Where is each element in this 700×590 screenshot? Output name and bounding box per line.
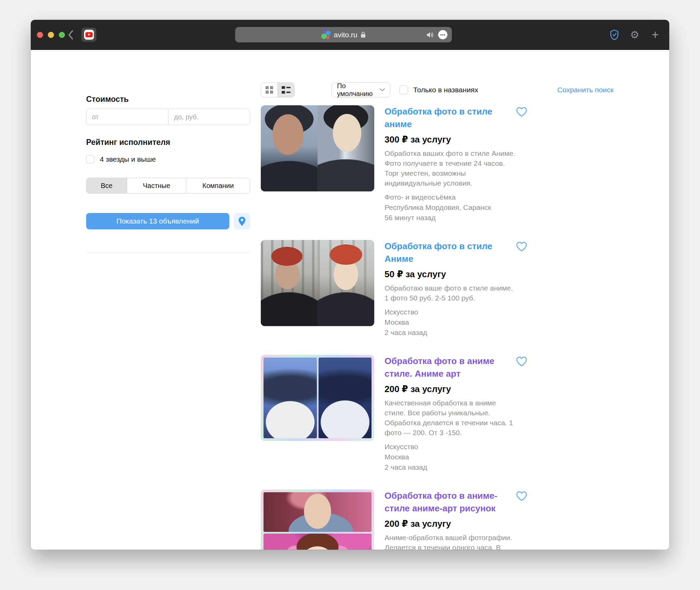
listing-location: Республика Мордовия, Саранск [385, 202, 527, 213]
audio-speaker-icon[interactable] [427, 31, 434, 38]
page-content: Стоимость Рейтинг исполнителя 4 звезды и… [31, 50, 669, 550]
listing-meta: Искусство Москва 2 часа назад [385, 442, 527, 472]
browser-titlebar: avito.ru ••• ⚙ + [31, 20, 669, 50]
rating-section-title: Рейтинг исполнителя [86, 137, 250, 147]
tab-all-sellers[interactable]: Все [86, 178, 127, 193]
listing-location: Москва [385, 317, 527, 327]
listing-category: Искусство [385, 307, 527, 317]
listing-card: Обработка фото в аниме-стиле аниме-арт р… [261, 490, 645, 550]
listing-card: Обработка фото в стиле Аниме 50 ₽ за усл… [261, 240, 645, 338]
list-view-button[interactable] [278, 83, 294, 97]
search-results: По умолчанию Только в названиях Сохранит… [261, 82, 645, 550]
more-options-icon[interactable]: ••• [438, 30, 447, 39]
listing-photo[interactable] [261, 490, 374, 550]
list-icon [282, 86, 291, 94]
close-window-button[interactable] [37, 32, 43, 38]
youtube-icon [84, 30, 94, 40]
grid-icon [266, 86, 273, 94]
favorite-heart-icon[interactable] [516, 491, 527, 503]
listing-title-link[interactable]: Обработка фото в аниме стиле. Аниме арт [385, 355, 501, 380]
browser-window: avito.ru ••• ⚙ + Стоимость Рейтинг испол… [31, 20, 669, 550]
sort-dropdown[interactable]: По умолчанию [332, 82, 390, 97]
minimize-window-button[interactable] [48, 32, 54, 38]
favorite-heart-icon[interactable] [516, 356, 527, 368]
listing-photo[interactable] [261, 105, 374, 191]
lock-icon [361, 31, 366, 38]
listing-time: 56 минут назад [385, 213, 527, 223]
url-text: avito.ru [334, 31, 358, 39]
grid-view-button[interactable] [261, 83, 278, 97]
sidebar-divider [86, 252, 250, 253]
traffic-lights [37, 20, 65, 50]
listing-category: Фото- и видеосъёмка [385, 192, 527, 202]
avito-favicon [321, 30, 331, 39]
zoom-window-button[interactable] [59, 32, 65, 38]
listings: Обработка фото в стиле аниме 300 ₽ за ус… [261, 105, 645, 550]
listing-card: Обработка фото в стиле аниме 300 ₽ за ус… [261, 105, 645, 223]
show-results-button[interactable]: Показать 13 объявлений [86, 213, 229, 229]
settings-gear-icon[interactable]: ⚙ [630, 29, 640, 41]
address-bar[interactable]: avito.ru ••• [235, 27, 452, 42]
new-tab-plus-icon[interactable]: + [650, 29, 660, 41]
listing-photo[interactable] [261, 355, 374, 441]
price-range-inputs [86, 109, 250, 125]
seller-type-tabs: Все Частные Компании [86, 178, 250, 193]
map-pin-icon [239, 217, 245, 226]
titles-only-filter[interactable]: Только в названиях [399, 85, 478, 94]
listing-title-link[interactable]: Обработка фото в стиле аниме [385, 105, 501, 131]
listing-description: Обработаю ваше фото в стиле аниме. 1 фот… [385, 283, 527, 303]
titles-only-checkbox[interactable] [399, 85, 408, 94]
view-mode-toggle [261, 82, 295, 97]
listing-description: Аниме-обработка вашей фотографии. Делает… [385, 533, 527, 550]
listing-photo[interactable] [261, 240, 374, 326]
youtube-tab-button[interactable] [81, 28, 96, 42]
back-button[interactable] [66, 29, 75, 40]
listing-card: Обработка фото в аниме стиле. Аниме арт … [261, 355, 645, 472]
privacy-shield-icon[interactable] [609, 29, 619, 41]
listing-location: Москва [385, 452, 527, 462]
listing-title-link[interactable]: Обработка фото в аниме-стиле аниме-арт р… [385, 490, 501, 515]
chevron-down-icon [380, 88, 385, 92]
rating-checkbox[interactable] [86, 155, 94, 163]
save-search-link[interactable]: Сохранить поиск [557, 86, 614, 94]
listing-price: 50 ₽ за услугу [385, 269, 527, 280]
listing-meta: Искусство Москва 2 часа назад [385, 307, 527, 338]
listing-price: 300 ₽ за услугу [385, 134, 527, 145]
listing-time: 2 часа назад [385, 462, 527, 472]
favorite-heart-icon[interactable] [516, 241, 527, 253]
results-toolbar: По умолчанию Только в названиях Сохранит… [261, 82, 645, 98]
sort-value: По умолчанию [337, 82, 380, 98]
listing-description: Качественная обработка в аниме стиле. Вс… [385, 398, 527, 438]
rating-filter-row[interactable]: 4 звезды и выше [86, 155, 250, 163]
location-button[interactable] [234, 213, 250, 229]
listing-meta: Фото- и видеосъёмка Республика Мордовия,… [385, 192, 527, 223]
price-from-input[interactable] [86, 109, 168, 125]
price-to-input[interactable] [168, 109, 250, 125]
listing-price: 200 ₽ за услугу [385, 384, 527, 394]
listing-price: 200 ₽ за услугу [385, 518, 527, 529]
listing-time: 2 часа назад [385, 327, 527, 338]
tab-companies[interactable]: Компании [186, 178, 250, 193]
titles-only-label: Только в названиях [413, 86, 478, 94]
tab-private-sellers[interactable]: Частные [127, 178, 186, 193]
listing-category: Искусство [385, 442, 527, 452]
price-section-title: Стоимость [86, 94, 250, 104]
listing-title-link[interactable]: Обработка фото в стиле Аниме [385, 240, 501, 265]
listing-description: Обработка ваших фото в стиле Аниме. Фото… [385, 148, 527, 188]
favorite-heart-icon[interactable] [516, 107, 527, 119]
filters-sidebar: Стоимость Рейтинг исполнителя 4 звезды и… [86, 94, 250, 253]
rating-checkbox-label: 4 звезды и выше [100, 155, 156, 163]
